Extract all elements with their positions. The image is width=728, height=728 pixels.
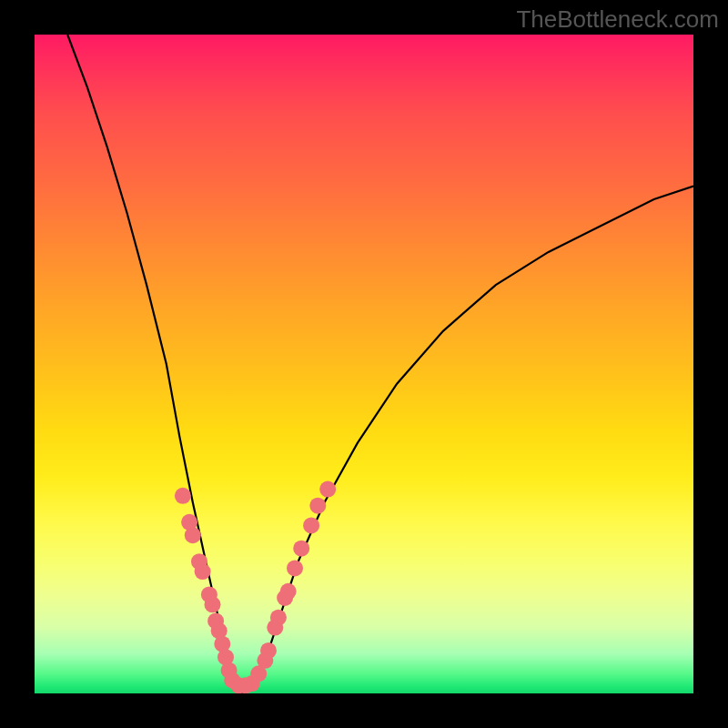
chart-frame: TheBottleneck.com: [0, 0, 728, 728]
bottleneck-curve: [67, 35, 693, 693]
highlight-dots-group: [175, 481, 336, 693]
highlight-dot: [319, 481, 336, 498]
highlight-dot: [260, 642, 277, 659]
highlight-dot: [287, 560, 303, 576]
highlight-dot: [293, 541, 309, 557]
highlight-dot: [280, 583, 297, 600]
highlight-dot: [195, 563, 211, 580]
highlight-dot: [205, 596, 221, 612]
chart-svg: [35, 35, 693, 693]
plot-area: [35, 35, 693, 693]
highlight-dot: [309, 498, 326, 514]
highlight-dot: [175, 488, 191, 504]
highlight-dot: [303, 517, 319, 533]
highlight-dot: [270, 610, 287, 626]
highlight-dot: [185, 527, 201, 543]
watermark-text: TheBottleneck.com: [516, 5, 719, 34]
